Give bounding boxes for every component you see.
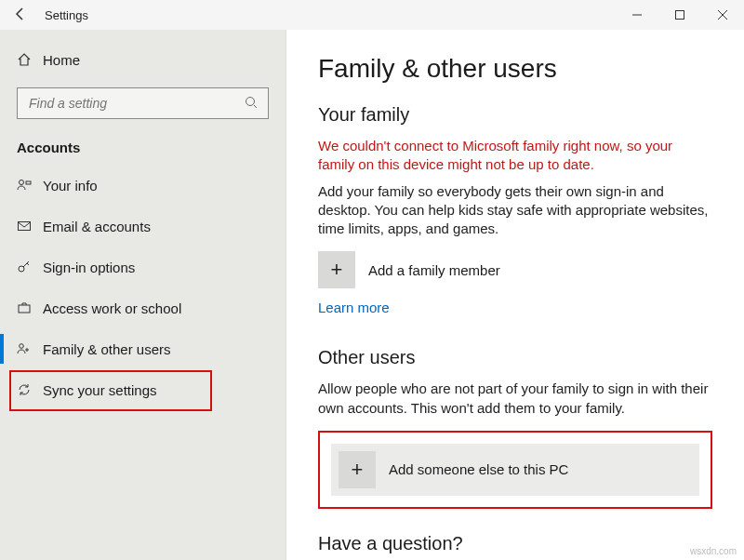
nav-label: Sync your settings	[43, 382, 157, 398]
nav-label: Email & accounts	[43, 219, 151, 234]
svg-point-6	[20, 180, 24, 185]
search-icon	[244, 95, 259, 113]
watermark: wsxdn.com	[690, 546, 737, 556]
person-badge-icon	[17, 178, 43, 193]
content-pane: Family & other users Your family We coul…	[286, 30, 744, 560]
search-box[interactable]	[17, 87, 269, 119]
svg-line-5	[254, 105, 257, 108]
page-title: Family & other users	[318, 54, 712, 84]
learn-more-link[interactable]: Learn more	[318, 300, 712, 315]
sidebar: Home Accounts Your info Email & accounts	[0, 30, 286, 560]
svg-rect-7	[26, 181, 31, 184]
title-bar: Settings	[0, 0, 744, 30]
family-description: Add your family so everybody gets their …	[318, 182, 712, 239]
mail-icon	[17, 219, 43, 233]
svg-rect-10	[19, 305, 30, 313]
svg-point-11	[20, 344, 24, 349]
nav-your-info[interactable]: Your info	[0, 165, 286, 206]
svg-point-4	[246, 97, 255, 105]
svg-rect-1	[676, 11, 684, 20]
key-icon	[17, 260, 43, 274]
nav-sync-settings[interactable]: Sync your settings	[0, 369, 286, 410]
home-nav[interactable]: Home	[0, 41, 286, 78]
sync-icon	[17, 382, 43, 397]
nav-email-accounts[interactable]: Email & accounts	[0, 206, 286, 247]
nav-access-work-school[interactable]: Access work or school	[0, 287, 286, 328]
people-icon	[17, 341, 43, 356]
family-heading: Your family	[318, 104, 712, 126]
maximize-button[interactable]	[658, 0, 701, 30]
close-button[interactable]	[701, 0, 744, 30]
add-other-user-button[interactable]: + Add someone else to this PC	[331, 444, 699, 496]
svg-rect-8	[19, 222, 31, 231]
home-icon	[17, 52, 43, 67]
minimize-button[interactable]	[616, 0, 658, 30]
plus-icon: +	[318, 251, 355, 288]
nav-label: Sign-in options	[43, 260, 135, 275]
section-label: Accounts	[0, 132, 286, 165]
window-title: Settings	[35, 8, 616, 22]
add-family-member-button[interactable]: + Add a family member	[318, 251, 712, 288]
home-label: Home	[43, 52, 80, 68]
briefcase-icon	[17, 300, 43, 315]
nav-label: Your info	[43, 178, 98, 193]
add-family-label: Add a family member	[368, 262, 500, 278]
other-users-description: Allow people who are not part of your fa…	[318, 380, 712, 418]
highlight-add-other: + Add someone else to this PC	[318, 431, 712, 509]
search-input[interactable]	[27, 95, 244, 112]
question-heading: Have a question?	[318, 533, 712, 554]
family-error-text: We couldn't connect to Microsoft family …	[318, 137, 712, 175]
plus-icon: +	[339, 451, 376, 488]
add-other-label: Add someone else to this PC	[389, 461, 568, 477]
back-icon[interactable]	[13, 7, 35, 24]
nav-signin-options[interactable]: Sign-in options	[0, 247, 286, 287]
nav-family-other-users[interactable]: Family & other users	[0, 328, 286, 369]
nav-label: Access work or school	[43, 300, 181, 316]
other-users-heading: Other users	[318, 347, 712, 368]
window-controls	[616, 0, 744, 30]
nav-label: Family & other users	[43, 341, 171, 357]
